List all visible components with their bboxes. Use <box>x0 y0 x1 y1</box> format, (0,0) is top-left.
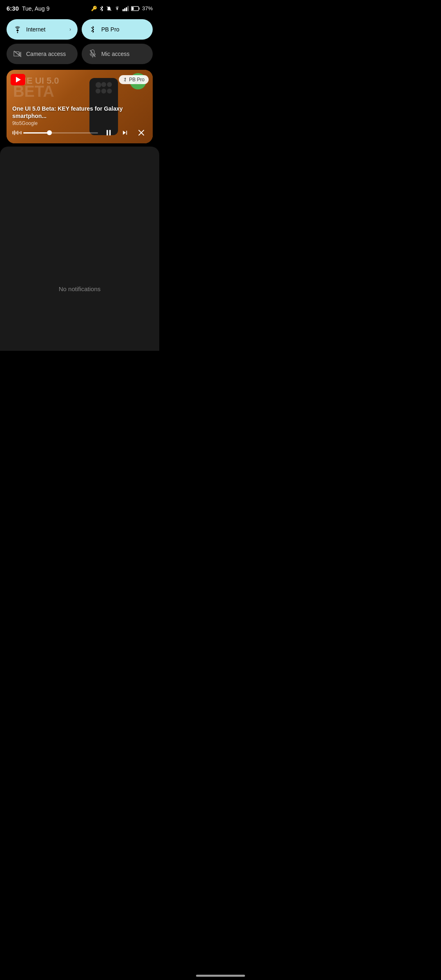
media-controls <box>7 124 153 143</box>
bluetooth-icon <box>99 5 104 12</box>
no-notifications-text: No notifications <box>59 285 101 292</box>
svg-rect-4 <box>127 6 129 11</box>
svg-rect-2 <box>124 8 125 11</box>
internet-chevron-icon: › <box>69 27 71 32</box>
media-device-badge: PB Pro <box>119 75 149 84</box>
status-time: 6:30 <box>7 5 19 12</box>
wifi-tile-icon <box>13 25 22 34</box>
svg-rect-7 <box>139 7 140 9</box>
pb-pro-tile-label: PB Pro <box>101 26 146 33</box>
svg-rect-14 <box>109 130 111 135</box>
bluetooth-small-icon <box>123 77 127 82</box>
close-media-button[interactable] <box>136 127 147 138</box>
mic-blocked-icon <box>88 49 97 58</box>
media-header: PB Pro <box>11 74 149 85</box>
status-date: Tue, Aug 9 <box>22 5 49 12</box>
mic-access-tile[interactable]: Mic access <box>82 44 153 64</box>
tiles-row-1: Internet › PB Pro <box>7 19 153 40</box>
progress-thumb <box>47 130 52 135</box>
media-title: One UI 5.0 Beta: KEY features for Galaxy… <box>12 105 147 120</box>
svg-rect-3 <box>126 7 127 11</box>
pause-button[interactable] <box>103 127 114 138</box>
status-left: 6:30 Tue, Aug 9 <box>7 5 49 12</box>
svg-rect-1 <box>122 9 124 11</box>
status-bar: 6:30 Tue, Aug 9 🔑 <box>0 0 159 15</box>
battery-percent: 37% <box>142 5 153 11</box>
pb-pro-tile[interactable]: PB Pro <box>82 19 153 40</box>
bluetooth-tile-icon <box>88 25 97 34</box>
youtube-icon <box>11 74 25 85</box>
progress-wave-icon <box>12 130 22 135</box>
battery-icon <box>131 6 140 11</box>
progress-track[interactable] <box>23 132 98 134</box>
skip-next-button[interactable] <box>119 127 131 138</box>
svg-rect-15 <box>126 131 127 135</box>
notifications-area: No notifications <box>0 147 159 351</box>
internet-tile[interactable]: Internet › <box>7 19 78 40</box>
tiles-row-2: Camera access Mic access <box>7 44 153 64</box>
media-device-label: PB Pro <box>129 77 145 82</box>
svg-rect-13 <box>107 130 108 135</box>
progress-bar-container[interactable] <box>12 130 98 135</box>
media-player-card: ONE UI 5.0 BETA 13 PB P <box>7 70 153 143</box>
key-icon: 🔑 <box>91 6 97 11</box>
camera-access-label: Camera access <box>26 51 71 57</box>
notification-muted-icon <box>106 6 112 11</box>
status-right: 🔑 37% <box>91 5 153 12</box>
svg-rect-6 <box>131 7 134 10</box>
wifi-icon <box>114 6 120 11</box>
svg-point-8 <box>17 32 18 33</box>
mic-access-label: Mic access <box>101 51 146 57</box>
media-info: One UI 5.0 Beta: KEY features for Galaxy… <box>12 105 147 126</box>
progress-fill <box>23 132 49 134</box>
signal-icon <box>122 6 129 11</box>
internet-tile-label: Internet <box>26 26 65 33</box>
quick-tiles: Internet › PB Pro <box>0 15 159 67</box>
camera-blocked-icon <box>13 49 22 58</box>
camera-access-tile[interactable]: Camera access <box>7 44 78 64</box>
